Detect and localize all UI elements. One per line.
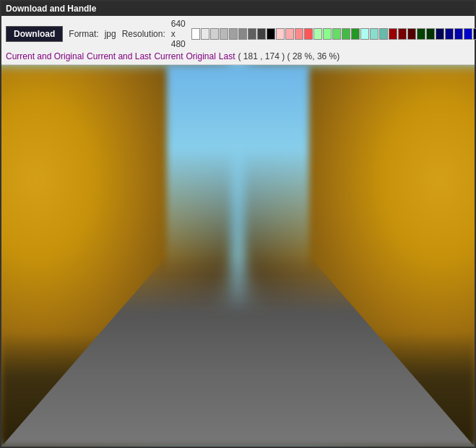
download-button[interactable]: Download — [6, 26, 63, 42]
swatch-gray2[interactable] — [229, 28, 238, 40]
swatch-darkred3[interactable] — [407, 28, 416, 40]
swatch-darkblue1[interactable] — [436, 28, 444, 40]
swatch-green2[interactable] — [323, 28, 332, 40]
swatch-darkblue3[interactable] — [454, 28, 463, 40]
swatch-gray1[interactable] — [220, 28, 228, 40]
color-swatches — [191, 28, 476, 40]
format-value: jpg — [105, 29, 116, 39]
swatch-green1[interactable] — [313, 28, 322, 40]
swatch-white[interactable] — [191, 28, 200, 40]
swatch-darkblue2[interactable] — [445, 28, 454, 40]
coordinates-display: ( 181 , 174 ) ( 28 %, 36 %) — [238, 51, 340, 61]
swatch-pink2[interactable] — [285, 28, 294, 40]
swatch-darkgray1[interactable] — [248, 28, 256, 40]
image-display — [1, 65, 475, 447]
format-label: Format: — [69, 29, 98, 39]
toolbar-row2: Current and Original Current and Last Cu… — [6, 51, 470, 61]
swatch-darkgray2[interactable] — [257, 28, 266, 40]
current-link[interactable]: Current — [154, 51, 183, 61]
original-link[interactable]: Original — [186, 51, 215, 61]
swatch-darkgreen1[interactable] — [417, 28, 425, 40]
swatch-teal1[interactable] — [360, 28, 369, 40]
swatch-pink3[interactable] — [295, 28, 303, 40]
swatch-red1[interactable] — [304, 28, 313, 40]
swatch-darkred1[interactable] — [389, 28, 397, 40]
current-and-last-link[interactable]: Current and Last — [87, 51, 151, 61]
app-window: Download and Handle Download Format: jpg… — [0, 0, 476, 448]
swatch-darkred2[interactable] — [398, 28, 407, 40]
swatch-navy[interactable] — [473, 28, 476, 40]
resolution-label: Resolution: — [122, 29, 165, 39]
sky-center — [167, 65, 309, 275]
window-title: Download and Handle — [6, 4, 96, 14]
swatch-teal2[interactable] — [370, 28, 378, 40]
swatch-green4[interactable] — [342, 28, 350, 40]
swatch-green3[interactable] — [332, 28, 341, 40]
toolbar-row1: Download Format: jpg Resolution: 640 x 4… — [6, 19, 470, 49]
swatch-darkgreen2[interactable] — [426, 28, 435, 40]
swatch-green5[interactable] — [351, 28, 360, 40]
image-area[interactable] — [1, 65, 475, 447]
swatch-pink1[interactable] — [276, 28, 285, 40]
title-bar: Download and Handle — [1, 1, 475, 16]
swatch-lightgray1[interactable] — [201, 28, 209, 40]
current-and-original-link[interactable]: Current and Original — [6, 51, 84, 61]
toolbar: Download Format: jpg Resolution: 640 x 4… — [1, 16, 475, 65]
swatch-gray3[interactable] — [238, 28, 247, 40]
resolution-value: 640 x 480 — [171, 19, 186, 49]
last-link[interactable]: Last — [219, 51, 235, 61]
swatch-darkblue4[interactable] — [464, 28, 472, 40]
swatch-black[interactable] — [267, 28, 275, 40]
swatch-lightgray2[interactable] — [210, 28, 219, 40]
swatch-teal3[interactable] — [379, 28, 388, 40]
